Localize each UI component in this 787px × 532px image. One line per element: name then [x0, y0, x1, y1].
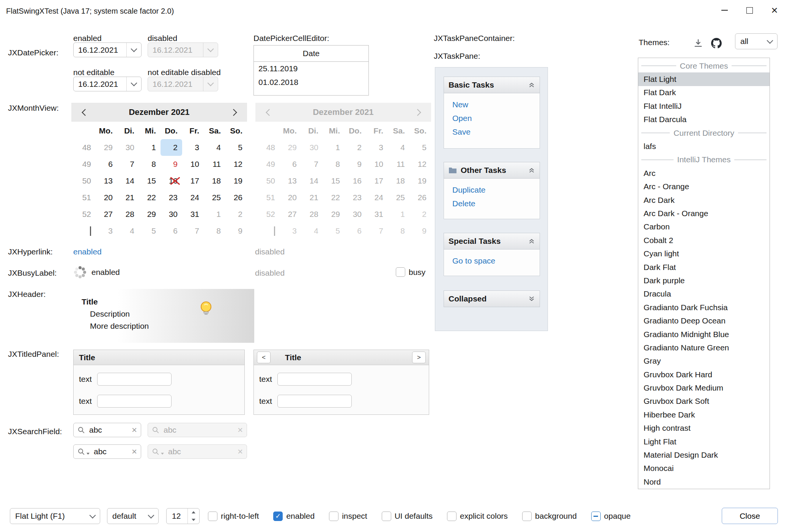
checkbox-explicit-colors[interactable]: explicit colors: [447, 512, 508, 521]
table-row[interactable]: 01.02.2018: [254, 75, 368, 89]
busy-checkbox[interactable]: busy: [396, 267, 425, 277]
calendar-day[interactable]: 1: [204, 206, 225, 223]
calendar-day[interactable]: 9: [161, 156, 182, 173]
previous-month-button[interactable]: [78, 107, 90, 118]
calendar-day[interactable]: 20: [96, 189, 117, 206]
search-input[interactable]: [88, 425, 128, 435]
theme-item[interactable]: Flat Darcula: [638, 113, 770, 126]
theme-item[interactable]: Cobalt 2: [638, 234, 770, 247]
task-link[interactable]: Duplicate: [452, 183, 540, 197]
task-link[interactable]: Save: [452, 125, 540, 139]
task-link[interactable]: New: [452, 98, 540, 111]
calendar-day[interactable]: 30: [161, 206, 182, 223]
calendar-day[interactable]: 1: [139, 139, 161, 156]
calendar-day[interactable]: 3: [96, 223, 117, 239]
taskpane-header-collapsed[interactable]: Collapsed: [444, 290, 540, 307]
titledpanel-prev-button[interactable]: <: [257, 352, 271, 363]
checkbox-inspect[interactable]: inspect: [329, 512, 367, 521]
taskpane-header-basic-tasks[interactable]: Basic Tasks: [444, 77, 540, 93]
calendar-day[interactable]: 2: [161, 139, 182, 156]
theme-item[interactable]: Dark purple: [638, 274, 770, 287]
calendar-day[interactable]: 22: [139, 189, 161, 206]
clear-search-icon[interactable]: ×: [132, 425, 137, 435]
theme-item[interactable]: Arc Dark - Orange: [638, 207, 770, 220]
calendar-day[interactable]: 25: [204, 189, 225, 206]
theme-item[interactable]: Gruvbox Dark Soft: [638, 395, 770, 408]
task-link[interactable]: Delete: [452, 197, 540, 210]
theme-item[interactable]: Gruvbox Dark Hard: [638, 368, 770, 381]
checkbox-enabled[interactable]: enabled: [273, 512, 315, 521]
themes-filter-combobox[interactable]: all: [735, 33, 778, 49]
task-link[interactable]: Open: [452, 111, 540, 125]
calendar-day[interactable]: 4: [204, 139, 225, 156]
calendar-day[interactable]: 29: [96, 139, 117, 156]
theme-item[interactable]: High contrast: [638, 422, 770, 435]
theme-item[interactable]: Arc Dark: [638, 193, 770, 207]
datepicker-noteditable-input[interactable]: [74, 80, 126, 89]
taskpane-header-special-tasks[interactable]: Special Tasks: [444, 233, 540, 250]
search-input[interactable]: [93, 447, 128, 457]
table-column-header[interactable]: Date: [254, 46, 368, 62]
calendar-day[interactable]: 5: [225, 139, 247, 156]
calendar-day[interactable]: 6: [96, 156, 117, 173]
calendar-day[interactable]: 31: [182, 206, 204, 223]
calendar-day[interactable]: 30: [117, 139, 139, 156]
calendar-day[interactable]: 23: [161, 189, 182, 206]
calendar-day[interactable]: 7: [182, 223, 204, 239]
minimize-button[interactable]: [712, 0, 737, 20]
theme-item[interactable]: Flat Dark: [638, 86, 770, 99]
calendar-day[interactable]: 18: [204, 173, 225, 189]
theme-item[interactable]: Gradianto Midnight Blue: [638, 328, 770, 341]
theme-item[interactable]: Dracula: [638, 287, 770, 301]
github-button[interactable]: [709, 36, 724, 51]
theme-item[interactable]: Light Flat: [638, 435, 770, 448]
spinner-down-button[interactable]: [188, 516, 199, 524]
theme-item[interactable]: Gradianto Nature Green: [638, 341, 770, 354]
calendar-day[interactable]: 12: [225, 156, 247, 173]
datepicker-dropdown-button[interactable]: [126, 43, 141, 57]
checkbox-background[interactable]: background: [522, 512, 577, 521]
calendar-day[interactable]: 16: [161, 173, 182, 189]
calendar-day[interactable]: 9: [225, 223, 247, 239]
calendar-day[interactable]: 21: [117, 189, 139, 206]
next-month-button[interactable]: [229, 107, 240, 118]
close-button[interactable]: ×: [762, 0, 787, 20]
calendar-day[interactable]: 13: [96, 173, 117, 189]
checkbox-ui-defaults[interactable]: UI defaults: [382, 512, 433, 521]
theme-item[interactable]: Material Design Dark: [638, 448, 770, 461]
calendar-day[interactable]: 3: [182, 139, 204, 156]
searchfield-enabled[interactable]: ×: [73, 423, 141, 437]
calendar-day[interactable]: 4: [117, 223, 139, 239]
calendar-day[interactable]: 7: [117, 156, 139, 173]
table-row[interactable]: 25.11.2019: [254, 62, 368, 75]
theme-item[interactable]: Gruvbox Dark Medium: [638, 381, 770, 394]
calendar-day[interactable]: 27: [96, 206, 117, 223]
font-size-spinner[interactable]: 12: [166, 508, 200, 524]
maximize-button[interactable]: [737, 0, 762, 20]
taskpane-header-other-tasks[interactable]: Other Tasks: [444, 162, 540, 179]
theme-item[interactable]: Monocai: [638, 462, 770, 475]
theme-item[interactable]: lafs: [638, 140, 770, 153]
theme-item[interactable]: Carbon: [638, 220, 770, 234]
calendar-day[interactable]: 2: [225, 206, 247, 223]
laf-combobox[interactable]: Flat Light (F1): [10, 508, 100, 524]
calendar-day[interactable]: 15: [139, 173, 161, 189]
theme-item[interactable]: Hiberbee Dark: [638, 408, 770, 421]
text-input[interactable]: [97, 373, 172, 386]
download-themes-button[interactable]: [691, 36, 705, 50]
datepicker-noteditable[interactable]: [73, 77, 142, 91]
theme-item[interactable]: Gray: [638, 355, 770, 368]
theme-item[interactable]: Dark Flat: [638, 261, 770, 274]
close-dialog-button[interactable]: Close: [722, 508, 778, 524]
task-link[interactable]: Go to space: [452, 254, 540, 268]
calendar-day[interactable]: 6: [161, 223, 182, 239]
calendar-day[interactable]: 14: [117, 173, 139, 189]
calendar-day[interactable]: 19: [225, 173, 247, 189]
theme-item[interactable]: Cyan light: [638, 247, 770, 260]
text-input[interactable]: [277, 373, 352, 386]
clear-search-icon[interactable]: ×: [132, 447, 137, 456]
theme-item[interactable]: Arc - Orange: [638, 180, 770, 193]
calendar-day[interactable]: 29: [139, 206, 161, 223]
datepicker-dropdown-button[interactable]: [126, 77, 141, 91]
theme-item[interactable]: Flat IntelliJ: [638, 99, 770, 113]
